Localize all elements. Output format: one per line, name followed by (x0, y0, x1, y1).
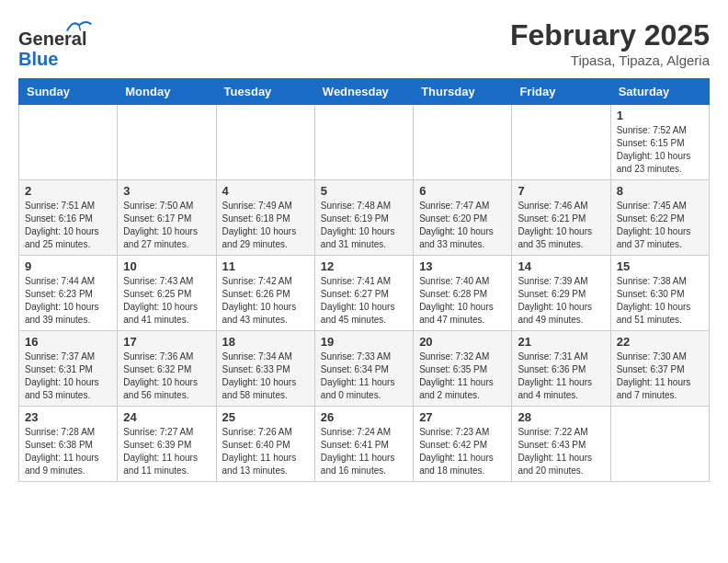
day-info: Sunrise: 7:45 AM Sunset: 6:22 PM Dayligh… (617, 200, 703, 251)
calendar-cell: 9Sunrise: 7:44 AM Sunset: 6:23 PM Daylig… (19, 256, 118, 331)
day-number: 24 (123, 410, 210, 424)
calendar-cell: 8Sunrise: 7:45 AM Sunset: 6:22 PM Daylig… (610, 180, 709, 256)
calendar-week-row: 2Sunrise: 7:51 AM Sunset: 6:16 PM Daylig… (19, 180, 710, 256)
calendar-cell: 12Sunrise: 7:41 AM Sunset: 6:27 PM Dayli… (314, 256, 413, 331)
day-info: Sunrise: 7:31 AM Sunset: 6:36 PM Dayligh… (518, 350, 604, 402)
col-header-sunday: Sunday (19, 79, 118, 105)
day-info: Sunrise: 7:48 AM Sunset: 6:19 PM Dayligh… (321, 200, 407, 251)
day-info: Sunrise: 7:44 AM Sunset: 6:23 PM Dayligh… (25, 275, 111, 327)
logo-general: General (18, 29, 86, 49)
calendar-table: SundayMondayTuesdayWednesdayThursdayFrid… (18, 78, 710, 482)
col-header-thursday: Thursday (414, 79, 512, 105)
day-info: Sunrise: 7:26 AM Sunset: 6:40 PM Dayligh… (222, 426, 309, 477)
calendar-week-row: 23Sunrise: 7:28 AM Sunset: 6:38 PM Dayli… (19, 407, 710, 482)
day-number: 19 (321, 335, 407, 349)
day-number: 26 (321, 410, 407, 424)
day-number: 2 (25, 184, 111, 198)
location: Tipasa, Tipaza, Algeria (510, 52, 710, 68)
logo: General Blue (18, 18, 92, 69)
calendar-cell: 26Sunrise: 7:24 AM Sunset: 6:41 PM Dayli… (314, 407, 413, 482)
calendar-cell: 20Sunrise: 7:32 AM Sunset: 6:35 PM Dayli… (414, 331, 512, 407)
calendar-cell: 17Sunrise: 7:36 AM Sunset: 6:32 PM Dayli… (118, 331, 216, 407)
calendar-cell: 1Sunrise: 7:52 AM Sunset: 6:15 PM Daylig… (610, 105, 709, 180)
day-info: Sunrise: 7:30 AM Sunset: 6:37 PM Dayligh… (617, 350, 703, 402)
day-info: Sunrise: 7:33 AM Sunset: 6:34 PM Dayligh… (321, 350, 407, 402)
calendar-week-row: 1Sunrise: 7:52 AM Sunset: 6:15 PM Daylig… (19, 105, 710, 180)
day-info: Sunrise: 7:42 AM Sunset: 6:26 PM Dayligh… (222, 275, 309, 327)
day-info: Sunrise: 7:47 AM Sunset: 6:20 PM Dayligh… (419, 200, 506, 251)
calendar-week-row: 9Sunrise: 7:44 AM Sunset: 6:23 PM Daylig… (19, 256, 710, 331)
calendar-cell: 24Sunrise: 7:27 AM Sunset: 6:39 PM Dayli… (118, 407, 216, 482)
day-info: Sunrise: 7:28 AM Sunset: 6:38 PM Dayligh… (25, 426, 111, 477)
calendar-cell: 11Sunrise: 7:42 AM Sunset: 6:26 PM Dayli… (216, 256, 314, 331)
calendar-cell: 14Sunrise: 7:39 AM Sunset: 6:29 PM Dayli… (512, 256, 610, 331)
day-info: Sunrise: 7:40 AM Sunset: 6:28 PM Dayligh… (419, 275, 506, 327)
day-info: Sunrise: 7:49 AM Sunset: 6:18 PM Dayligh… (222, 200, 309, 251)
calendar-cell: 13Sunrise: 7:40 AM Sunset: 6:28 PM Dayli… (414, 256, 512, 331)
day-number: 6 (419, 184, 506, 198)
day-number: 4 (222, 184, 309, 198)
day-number: 9 (25, 259, 111, 273)
calendar-cell (216, 105, 314, 180)
day-number: 3 (123, 184, 210, 198)
day-number: 25 (222, 410, 309, 424)
calendar-cell: 6Sunrise: 7:47 AM Sunset: 6:20 PM Daylig… (414, 180, 512, 256)
day-number: 28 (518, 410, 604, 424)
col-header-wednesday: Wednesday (314, 79, 413, 105)
day-number: 5 (321, 184, 407, 198)
calendar-cell: 18Sunrise: 7:34 AM Sunset: 6:33 PM Dayli… (216, 331, 314, 407)
month-title: February 2025 (510, 18, 710, 52)
day-number: 1 (617, 109, 703, 122)
day-number: 17 (123, 335, 210, 349)
day-number: 15 (617, 259, 703, 273)
calendar-cell (512, 105, 610, 180)
calendar-header-row: SundayMondayTuesdayWednesdayThursdayFrid… (19, 79, 710, 105)
calendar-cell: 2Sunrise: 7:51 AM Sunset: 6:16 PM Daylig… (19, 180, 118, 256)
calendar-cell (118, 105, 216, 180)
calendar-cell (414, 105, 512, 180)
calendar-cell: 23Sunrise: 7:28 AM Sunset: 6:38 PM Dayli… (19, 407, 118, 482)
calendar-cell (19, 105, 118, 180)
day-info: Sunrise: 7:43 AM Sunset: 6:25 PM Dayligh… (123, 275, 210, 327)
calendar-cell: 5Sunrise: 7:48 AM Sunset: 6:19 PM Daylig… (314, 180, 413, 256)
calendar-cell: 10Sunrise: 7:43 AM Sunset: 6:25 PM Dayli… (118, 256, 216, 331)
calendar-cell: 7Sunrise: 7:46 AM Sunset: 6:21 PM Daylig… (512, 180, 610, 256)
logo-blue: Blue (18, 49, 58, 69)
calendar-cell: 27Sunrise: 7:23 AM Sunset: 6:42 PM Dayli… (414, 407, 512, 482)
day-info: Sunrise: 7:27 AM Sunset: 6:39 PM Dayligh… (123, 426, 210, 477)
calendar-cell: 15Sunrise: 7:38 AM Sunset: 6:30 PM Dayli… (610, 256, 709, 331)
page-header: General Blue February 2025 Tipasa, Tipaz… (18, 18, 710, 69)
calendar-cell: 28Sunrise: 7:22 AM Sunset: 6:43 PM Dayli… (512, 407, 610, 482)
day-number: 18 (222, 335, 309, 349)
day-number: 27 (419, 410, 506, 424)
day-info: Sunrise: 7:51 AM Sunset: 6:16 PM Dayligh… (25, 200, 111, 251)
day-number: 20 (419, 335, 506, 349)
calendar-cell (610, 407, 709, 482)
day-info: Sunrise: 7:46 AM Sunset: 6:21 PM Dayligh… (518, 200, 604, 251)
calendar-cell: 19Sunrise: 7:33 AM Sunset: 6:34 PM Dayli… (314, 331, 413, 407)
day-info: Sunrise: 7:38 AM Sunset: 6:30 PM Dayligh… (617, 275, 703, 327)
day-number: 12 (321, 259, 407, 273)
col-header-tuesday: Tuesday (216, 79, 314, 105)
day-info: Sunrise: 7:32 AM Sunset: 6:35 PM Dayligh… (419, 350, 506, 402)
day-info: Sunrise: 7:22 AM Sunset: 6:43 PM Dayligh… (518, 426, 604, 477)
day-number: 7 (518, 184, 604, 198)
day-number: 14 (518, 259, 604, 273)
day-number: 13 (419, 259, 506, 273)
day-info: Sunrise: 7:36 AM Sunset: 6:32 PM Dayligh… (123, 350, 210, 402)
calendar-week-row: 16Sunrise: 7:37 AM Sunset: 6:31 PM Dayli… (19, 331, 710, 407)
calendar-cell: 4Sunrise: 7:49 AM Sunset: 6:18 PM Daylig… (216, 180, 314, 256)
day-info: Sunrise: 7:52 AM Sunset: 6:15 PM Dayligh… (617, 124, 703, 176)
col-header-saturday: Saturday (610, 79, 709, 105)
day-number: 23 (25, 410, 111, 424)
day-info: Sunrise: 7:24 AM Sunset: 6:41 PM Dayligh… (321, 426, 407, 477)
day-number: 8 (617, 184, 703, 198)
day-number: 10 (123, 259, 210, 273)
calendar-cell: 16Sunrise: 7:37 AM Sunset: 6:31 PM Dayli… (19, 331, 118, 407)
day-info: Sunrise: 7:39 AM Sunset: 6:29 PM Dayligh… (518, 275, 604, 327)
day-number: 16 (25, 335, 111, 349)
day-info: Sunrise: 7:23 AM Sunset: 6:42 PM Dayligh… (419, 426, 506, 477)
calendar-cell: 21Sunrise: 7:31 AM Sunset: 6:36 PM Dayli… (512, 331, 610, 407)
title-block: February 2025 Tipasa, Tipaza, Algeria (510, 18, 710, 68)
day-info: Sunrise: 7:50 AM Sunset: 6:17 PM Dayligh… (123, 200, 210, 251)
